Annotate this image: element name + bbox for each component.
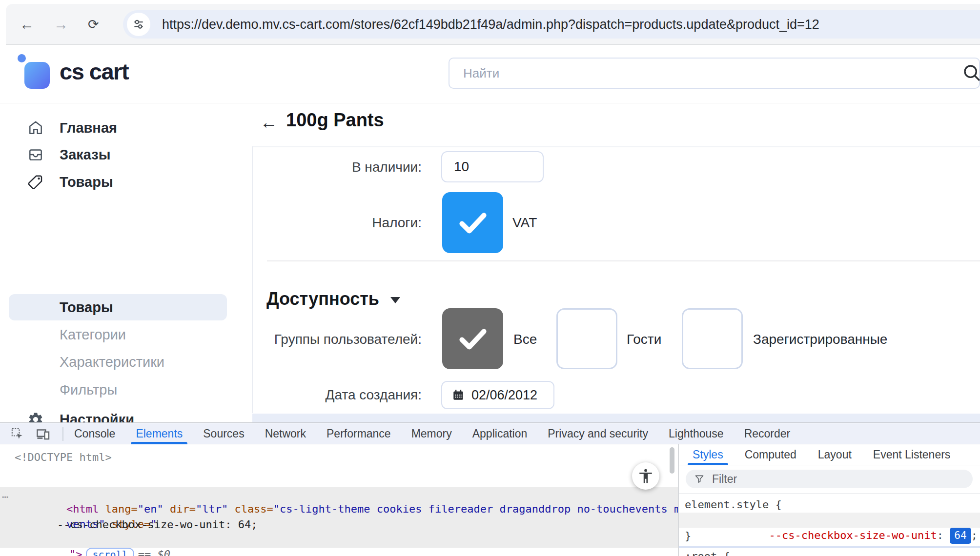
tab-application[interactable]: Application bbox=[472, 423, 528, 444]
tune-icon bbox=[132, 18, 145, 31]
sidebar-subitem-products-active[interactable]: Товары bbox=[9, 294, 227, 320]
page-title: 100g Pants bbox=[286, 110, 384, 131]
styles-filter-input[interactable]: Filter bbox=[686, 470, 973, 488]
sidebar-subitem-features[interactable]: Характеристики bbox=[0, 349, 235, 375]
creation-date-input[interactable]: 02/06/2012 bbox=[441, 381, 554, 409]
styles-pane-tabs: Styles Computed Layout Event Listeners bbox=[693, 444, 950, 465]
styles-tabs-divider bbox=[679, 465, 980, 465]
filter-placeholder: Filter bbox=[712, 473, 737, 486]
taxes-label: Налоги: bbox=[246, 215, 422, 231]
filter-funnel-icon bbox=[694, 474, 704, 484]
checkmark-icon bbox=[455, 205, 490, 240]
app-header: cs cart bbox=[0, 45, 980, 103]
vat-checkbox-checked[interactable] bbox=[442, 192, 503, 253]
css-property-row[interactable]: --cs-checkbox-size-wo-unit: 64; bbox=[679, 513, 980, 528]
tab-network[interactable]: Network bbox=[265, 423, 306, 444]
group-guests-checkbox[interactable] bbox=[556, 308, 617, 369]
elements-pane-scrollbar[interactable] bbox=[670, 447, 674, 474]
tab-layout[interactable]: Layout bbox=[818, 444, 852, 465]
user-groups-label: Группы пользователей: bbox=[246, 332, 422, 347]
site-settings-icon[interactable] bbox=[127, 13, 150, 36]
tab-memory[interactable]: Memory bbox=[411, 423, 452, 444]
value-token: "ltr" bbox=[196, 503, 228, 515]
forward-icon[interactable]: → bbox=[54, 4, 68, 45]
logo-square-icon bbox=[24, 62, 50, 89]
sidebar-subitem-label: Фильтры bbox=[60, 382, 117, 398]
sidebar-item-label: Главная bbox=[60, 120, 117, 136]
device-toolbar-icon[interactable] bbox=[36, 427, 50, 441]
attr-token: class= bbox=[228, 503, 273, 515]
reload-icon[interactable]: ⟳ bbox=[88, 4, 99, 45]
doctype-node[interactable]: <!DOCTYPE html> bbox=[15, 450, 112, 465]
head-node[interactable]: ▶<head>…</head> bbox=[22, 548, 188, 556]
sidebar-subitem-categories[interactable]: Категории bbox=[0, 321, 235, 348]
tag-icon bbox=[27, 174, 44, 190]
home-icon bbox=[27, 119, 44, 136]
inspect-element-icon[interactable] bbox=[11, 427, 24, 440]
orders-icon bbox=[27, 146, 44, 163]
stock-label: В наличии: bbox=[246, 159, 422, 175]
cs-cart-logo[interactable]: cs cart bbox=[18, 54, 164, 93]
styles-pane: Styles Computed Layout Event Listeners F… bbox=[679, 444, 980, 556]
sidebar-subitem-label: Товары bbox=[60, 299, 113, 316]
creation-date-label: Дата создания: bbox=[246, 387, 422, 403]
card-left-edge bbox=[252, 146, 253, 413]
availability-section-title[interactable]: Доступность bbox=[266, 289, 379, 309]
chevron-down-icon[interactable] bbox=[390, 297, 400, 303]
tab-event-listeners[interactable]: Event Listeners bbox=[873, 444, 951, 465]
search-input[interactable] bbox=[449, 58, 980, 89]
sidebar-item-home[interactable]: Главная bbox=[0, 115, 235, 141]
elements-tree-pane: … <!DOCTYPE html> <html lang="en" dir="l… bbox=[0, 444, 678, 556]
accessibility-person-icon bbox=[637, 468, 654, 484]
stock-input[interactable] bbox=[441, 151, 544, 182]
sidebar-item-orders[interactable]: Заказы bbox=[0, 141, 235, 168]
hidden-siblings-dots[interactable]: … bbox=[2, 487, 8, 502]
logo-text: cs cart bbox=[60, 58, 128, 85]
tab-elements[interactable]: Elements bbox=[136, 423, 183, 444]
toolbar-separator bbox=[62, 427, 63, 441]
calendar-icon bbox=[452, 389, 465, 401]
filter-divider bbox=[679, 493, 980, 494]
devtools-panel: Console Elements Sources Network Perform… bbox=[0, 422, 980, 556]
tab-sources[interactable]: Sources bbox=[203, 423, 244, 444]
vat-label: VAT bbox=[512, 215, 537, 231]
root-rule-selector[interactable]: :root { bbox=[685, 549, 730, 556]
back-icon[interactable]: ← bbox=[20, 4, 34, 45]
page-back-button[interactable]: ← bbox=[260, 112, 278, 133]
devtools-toolbar: Console Elements Sources Network Perform… bbox=[0, 423, 980, 444]
tab-performance[interactable]: Performance bbox=[327, 423, 391, 444]
tab-lighthouse[interactable]: Lighthouse bbox=[669, 423, 724, 444]
card-top-edge bbox=[252, 146, 980, 147]
tab-styles[interactable]: Styles bbox=[693, 444, 723, 465]
css-colon: : bbox=[937, 529, 950, 541]
accessibility-button[interactable] bbox=[632, 462, 659, 490]
element-style-selector[interactable]: element.style { bbox=[685, 497, 782, 512]
url-text: https://dev.demo.mv.cs-cart.com/stores/6… bbox=[162, 10, 819, 39]
browser-toolbar: ← → ⟳ https://dev.demo.mv.cs-cart.com/st… bbox=[6, 4, 980, 45]
logo-dot-icon bbox=[18, 54, 26, 62]
rules-divider-band bbox=[679, 546, 980, 548]
url-bar[interactable]: https://dev.demo.mv.cs-cart.com/stores/6… bbox=[123, 10, 980, 39]
group-all-checkbox-checked[interactable] bbox=[442, 308, 503, 369]
group-all-label: Все bbox=[513, 332, 537, 347]
tab-computed[interactable]: Computed bbox=[745, 444, 796, 465]
sidebar: Главная Заказы Товары Товары Категории Х… bbox=[0, 103, 235, 422]
tab-privacy-and-security[interactable]: Privacy and security bbox=[548, 423, 648, 444]
tab-recorder[interactable]: Recorder bbox=[744, 423, 791, 444]
css-semicolon: ; bbox=[971, 529, 978, 541]
tab-console[interactable]: Console bbox=[74, 423, 115, 444]
divider bbox=[267, 260, 980, 261]
inline-style-declaration: --cs-checkbox-size-wo-unit: 64; bbox=[31, 517, 258, 532]
sidebar-item-label: Товары bbox=[60, 174, 113, 190]
section-band bbox=[252, 414, 980, 422]
sidebar-subitem-filters[interactable]: Фильтры bbox=[0, 377, 235, 403]
css-property-name[interactable]: --cs-checkbox-size-wo-unit bbox=[769, 529, 937, 541]
sidebar-item-label: Заказы bbox=[60, 147, 110, 163]
screen: ← → ⟳ https://dev.demo.mv.cs-cart.com/st… bbox=[0, 0, 980, 556]
css-property-value-selected[interactable]: 64 bbox=[950, 528, 971, 544]
value-token: "cs-light-theme cookies filereader draga… bbox=[273, 503, 678, 515]
checkmark-icon bbox=[455, 321, 490, 357]
group-registered-checkbox[interactable] bbox=[682, 308, 743, 369]
sidebar-item-products[interactable]: Товары bbox=[0, 169, 235, 195]
attr-token: dir= bbox=[163, 503, 196, 515]
